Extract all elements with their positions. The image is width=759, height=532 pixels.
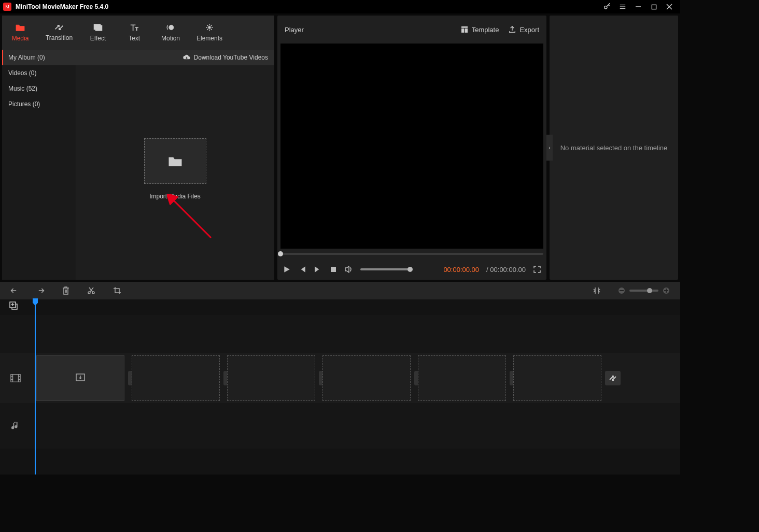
preview-viewport[interactable] <box>280 44 543 249</box>
tab-text[interactable]: Text <box>116 16 152 50</box>
timeline-toolbar <box>0 282 680 299</box>
app-title: MiniTool MovieMaker Free 5.4.0 <box>16 3 108 10</box>
fullscreen-button[interactable] <box>533 266 541 273</box>
svg-point-0 <box>605 6 607 9</box>
playhead[interactable] <box>35 299 36 475</box>
clip-placeholder[interactable] <box>132 355 220 401</box>
menu-button[interactable] <box>615 0 630 13</box>
svg-rect-9 <box>94 24 101 30</box>
tab-motion[interactable]: Motion <box>152 16 189 50</box>
svg-rect-22 <box>11 375 20 382</box>
volume-slider[interactable] <box>360 268 410 270</box>
close-button[interactable] <box>662 0 677 13</box>
import-media-button[interactable] <box>144 138 206 184</box>
clip-placeholder[interactable] <box>227 355 315 401</box>
app-logo-icon: M <box>3 3 11 11</box>
zoom-fit-button[interactable] <box>593 286 600 295</box>
media-panel: Media Transition Effect Text Motion Elem… <box>2 16 274 280</box>
crop-button[interactable] <box>113 286 121 295</box>
svg-line-12 <box>172 199 211 238</box>
titlebar: M MiniTool MovieMaker Free 5.4.0 <box>0 0 680 13</box>
add-track-button[interactable] <box>9 301 18 310</box>
tab-elements[interactable]: Elements <box>189 16 230 50</box>
export-icon <box>508 25 516 34</box>
main-tabs: Media Transition Effect Text Motion Elem… <box>2 16 274 50</box>
svg-rect-13 <box>331 267 336 272</box>
delete-button[interactable] <box>62 286 69 295</box>
upgrade-key-button[interactable] <box>599 0 615 13</box>
sidebar-item-music[interactable]: Music (52) <box>2 81 76 96</box>
svg-point-14 <box>88 292 90 294</box>
media-area: Download YouTube Videos Import Media Fil… <box>76 50 274 280</box>
collapse-inspector-button[interactable]: › <box>546 135 553 161</box>
svg-rect-5 <box>652 5 656 9</box>
export-button[interactable]: Export <box>508 25 539 34</box>
player-panel: Player Template Export 00:00:00.00 / 0 <box>277 16 546 280</box>
inspector-empty-message: No material selected on the timeline <box>555 144 673 152</box>
video-track-icon <box>10 373 21 383</box>
minimize-button[interactable] <box>630 0 646 13</box>
download-youtube-button[interactable]: Download YouTube Videos <box>76 50 274 65</box>
total-timecode: / 00:00:00.00 <box>486 266 526 274</box>
svg-rect-20 <box>666 289 667 293</box>
tab-effect[interactable]: Effect <box>80 16 116 50</box>
clip-placeholder[interactable] <box>513 355 601 401</box>
media-sidebar: My Album (0) Videos (0) Music (52) Pictu… <box>2 50 76 280</box>
undo-button[interactable] <box>10 287 19 294</box>
cloud-download-icon <box>182 54 191 61</box>
svg-point-11 <box>208 26 210 28</box>
tab-label: Elements <box>196 35 222 42</box>
template-icon <box>460 25 469 34</box>
stop-button[interactable] <box>329 266 338 272</box>
prev-frame-button[interactable] <box>298 266 306 273</box>
clip-placeholder[interactable] <box>36 355 124 401</box>
zoom-control <box>618 287 670 294</box>
split-button[interactable] <box>87 286 95 295</box>
template-button[interactable]: Template <box>460 25 499 34</box>
tab-label: Motion <box>161 35 180 42</box>
video-track[interactable] <box>0 353 680 403</box>
scrub-thumb[interactable] <box>278 251 283 256</box>
play-button[interactable] <box>283 266 291 273</box>
zoom-in-button[interactable] <box>663 287 670 294</box>
current-timecode: 00:00:00.00 <box>443 266 479 274</box>
sidebar-item-pictures[interactable]: Pictures (0) <box>2 96 76 112</box>
sidebar-item-videos[interactable]: Videos (0) <box>2 65 76 81</box>
redo-button[interactable] <box>36 287 45 294</box>
inspector-panel: › No material selected on the timeline <box>550 16 678 280</box>
transition-slot[interactable] <box>605 371 621 385</box>
svg-rect-17 <box>620 290 624 291</box>
tab-label: Effect <box>90 35 106 42</box>
audio-track[interactable] <box>0 403 680 449</box>
player-title: Player <box>285 26 304 34</box>
svg-point-10 <box>169 25 174 30</box>
timeline <box>0 299 680 475</box>
tab-label: Media <box>12 35 29 42</box>
volume-button[interactable] <box>345 266 353 273</box>
audio-track-icon <box>11 421 20 430</box>
timeline-ruler[interactable] <box>0 299 680 315</box>
svg-point-15 <box>92 292 94 294</box>
scrub-bar[interactable] <box>277 249 546 259</box>
folder-icon <box>167 154 183 168</box>
zoom-out-button[interactable] <box>618 287 625 294</box>
sidebar-item-my-album[interactable]: My Album (0) <box>2 50 76 65</box>
drop-here-icon <box>76 373 85 383</box>
tab-media[interactable]: Media <box>2 16 38 50</box>
player-controls: 00:00:00.00 / 00:00:00.00 <box>277 259 546 280</box>
tab-transition[interactable]: Transition <box>38 16 80 50</box>
clip-placeholder[interactable] <box>418 355 506 401</box>
maximize-button[interactable] <box>646 0 662 13</box>
text-track[interactable] <box>0 315 680 353</box>
tab-label: Text <box>129 35 140 42</box>
annotation-arrow <box>167 194 219 246</box>
clip-placeholder[interactable] <box>322 355 411 401</box>
tab-label: Transition <box>46 34 73 41</box>
next-frame-button[interactable] <box>314 266 322 273</box>
zoom-slider[interactable] <box>629 290 658 292</box>
